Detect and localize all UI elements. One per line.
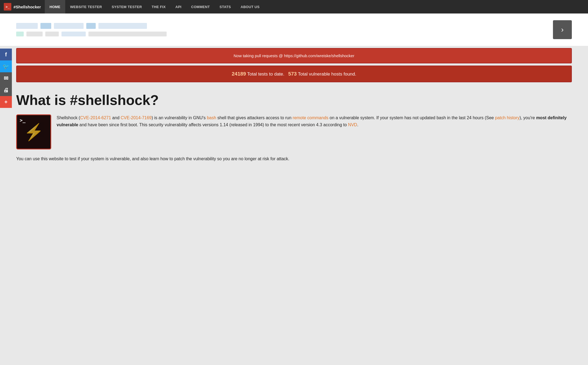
lightning-icon: ⚡ <box>24 122 44 142</box>
vuln-count: 573 <box>288 71 297 77</box>
blur-block <box>45 32 59 36</box>
desc-final: . <box>357 122 358 127</box>
nav-about-us[interactable]: ABOUT US <box>236 0 264 13</box>
test-count-label: Total tests to date. <box>247 71 284 77</box>
twitter-icon: 🐦 <box>3 63 9 70</box>
nav-stats[interactable]: STATS <box>215 0 236 13</box>
hero-blurred-content <box>16 23 548 36</box>
desc-mid4: on a vulnerable system. If your system h… <box>328 115 495 120</box>
facebook-icon: f <box>5 52 7 58</box>
print-icon: 🖨 <box>3 87 9 93</box>
print-button[interactable]: 🖨 <box>0 84 12 96</box>
nav-api[interactable]: API <box>170 0 186 13</box>
section-title: What is #shellshock? <box>16 93 572 108</box>
description-paragraph-1: Shellshock (CVE-2014-6271 and CVE-2014-7… <box>57 114 572 149</box>
nav-links: HOME WEBSITE TESTER SYSTEM TESTER THE FI… <box>45 0 264 13</box>
blur-block <box>40 23 51 29</box>
prompt-icon: >_ <box>20 117 26 123</box>
bash-link[interactable]: bash <box>207 115 216 120</box>
vuln-count-label: Total vulnerable hosts found. <box>298 71 356 77</box>
pull-request-banner: Now taking pull requests @ https://githu… <box>16 48 572 63</box>
blur-block <box>86 23 96 29</box>
desc-mid3: shell that gives attackers access to run <box>216 115 293 120</box>
brand-name: #Shellshocker <box>13 5 41 9</box>
hero-next-button[interactable]: › <box>553 20 572 39</box>
blur-block <box>98 23 147 29</box>
desc-mid2: ) is an vulnerability in GNU's <box>152 115 207 120</box>
social-sidebar: f 🐦 ✉ 🖨 + <box>0 49 12 108</box>
main-content: › Now taking pull requests @ https://git… <box>0 13 588 177</box>
email-icon: ✉ <box>4 75 8 81</box>
nav-the-fix[interactable]: THE FIX <box>147 0 171 13</box>
email-button[interactable]: ✉ <box>0 72 12 84</box>
blur-block <box>16 32 24 36</box>
description-paragraph-2: You can use this website to test if your… <box>16 155 572 162</box>
remote-commands-link[interactable]: remote commands <box>293 115 329 120</box>
desc-mid5: ), you're <box>520 115 536 120</box>
cve1-link[interactable]: CVE-2014-6271 <box>80 115 111 120</box>
desc-end: and have been since first boot. This sec… <box>78 122 348 127</box>
nav-system-tester[interactable]: SYSTEM TESTER <box>107 0 147 13</box>
patch-history-link[interactable]: patch history <box>495 115 520 120</box>
nav-website-tester[interactable]: WEBSITE TESTER <box>65 0 107 13</box>
plus-icon: + <box>4 99 8 105</box>
facebook-button[interactable]: f <box>0 49 12 60</box>
arrow-right-icon: › <box>561 25 563 34</box>
cve2-link[interactable]: CVE-2014-7169 <box>121 115 152 120</box>
stats-banner: 24189 Total tests to date. 573 Total vul… <box>16 66 572 82</box>
blur-block <box>88 32 167 36</box>
brand-icon: >_ <box>4 3 11 11</box>
nav-comment[interactable]: COMMENT <box>186 0 215 13</box>
pull-request-text: Now taking pull requests @ https://githu… <box>234 53 355 58</box>
blur-block <box>26 32 43 36</box>
desc-mid1: and <box>111 115 121 120</box>
desc-pre: Shellshock ( <box>57 115 80 120</box>
test-count: 24189 <box>232 71 246 77</box>
blur-block <box>16 23 38 29</box>
twitter-button[interactable]: 🐦 <box>0 60 12 72</box>
brand: >_ #Shellshocker <box>0 3 45 11</box>
content-area: What is #shellshock? >_ ⚡ Shellshock (CV… <box>0 84 588 177</box>
nav-home[interactable]: HOME <box>45 0 65 13</box>
description-block: >_ ⚡ Shellshock (CVE-2014-6271 and CVE-2… <box>16 114 572 149</box>
more-button[interactable]: + <box>0 96 12 108</box>
shellshock-icon: >_ ⚡ <box>16 114 51 149</box>
navbar: >_ #Shellshocker HOME WEBSITE TESTER SYS… <box>0 0 588 13</box>
nvd-link[interactable]: NVD <box>348 122 357 127</box>
blur-block <box>61 32 86 36</box>
blur-block <box>54 23 84 29</box>
hero-area: › <box>0 13 588 46</box>
